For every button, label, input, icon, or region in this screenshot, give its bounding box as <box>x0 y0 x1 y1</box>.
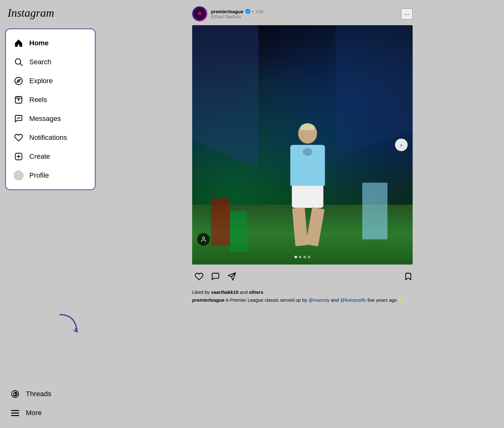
post-image: › <box>192 25 413 265</box>
post-location: Etihad Stadium <box>211 14 401 19</box>
sidebar-item-explore-label: Explore <box>29 77 53 85</box>
main-content: premierleague ✓ • 13h Etihad Stadium ··· <box>101 0 504 428</box>
dot-3 <box>303 256 306 258</box>
post-more-button[interactable]: ··· <box>401 9 413 20</box>
sidebar-item-notifications[interactable]: Notifications <box>9 129 92 146</box>
post-time-dot: • <box>252 9 254 14</box>
post-header: premierleague ✓ • 13h Etihad Stadium ··· <box>192 6 413 21</box>
post-time: 13h <box>256 9 264 14</box>
svg-line-1 <box>20 64 22 66</box>
reels-icon <box>14 95 24 105</box>
threads-icon <box>10 389 20 399</box>
sidebar-item-messages[interactable]: Messages <box>9 110 92 128</box>
bg-player <box>362 183 387 239</box>
sidebar-item-threads[interactable]: Threads <box>5 385 96 403</box>
player-head <box>298 123 317 144</box>
sidebar-item-more[interactable]: More <box>5 404 96 422</box>
sidebar-item-home-label: Home <box>29 39 49 47</box>
svg-point-3 <box>18 80 19 82</box>
dot-2 <box>299 256 301 258</box>
like-button[interactable] <box>192 271 206 284</box>
svg-point-13 <box>203 237 205 239</box>
create-icon <box>14 151 24 162</box>
sidebar-item-search-label: Search <box>29 58 51 66</box>
dot-indicators <box>295 256 310 258</box>
sidebar: Instagram Home Search <box>0 0 101 428</box>
green-player <box>230 211 247 252</box>
sidebar-item-create-label: Create <box>29 152 50 161</box>
svg-point-0 <box>15 59 21 65</box>
hamburger-icon <box>10 408 20 418</box>
post-user-info: premierleague ✓ • 13h Etihad Stadium <box>211 9 401 19</box>
mention-liverpoolfc[interactable]: @liverpoolfc <box>340 297 366 303</box>
player-left-leg <box>292 207 308 246</box>
main-player <box>290 123 325 246</box>
explore-icon <box>14 76 24 86</box>
post-username-row: premierleague ✓ • 13h <box>211 9 401 14</box>
profile-avatar <box>14 170 24 180</box>
post-actions <box>192 268 413 287</box>
caption-text: premierleague A Premier League classic s… <box>192 297 413 304</box>
share-button[interactable] <box>225 271 239 284</box>
sidebar-item-profile-label: Profile <box>29 171 49 180</box>
threads-label: Threads <box>26 390 51 398</box>
player-shorts <box>292 186 324 208</box>
sidebar-item-messages-label: Messages <box>29 115 61 123</box>
nav-box: Home Search Explore <box>5 28 96 190</box>
heart-icon <box>14 133 24 143</box>
player-jersey <box>290 145 325 186</box>
likes-text: Liked by saarthakk10 and others <box>192 289 413 295</box>
sidebar-item-create[interactable]: Create <box>9 148 92 165</box>
post-container: premierleague ✓ • 13h Etihad Stadium ··· <box>192 6 413 422</box>
arrow-annotation <box>57 311 82 337</box>
mention-mancity[interactable]: @mancity <box>308 297 329 303</box>
sidebar-item-notifications-label: Notifications <box>29 134 67 142</box>
profile-overlay-button[interactable] <box>197 233 210 246</box>
more-label: More <box>26 409 42 417</box>
next-image-button[interactable]: › <box>395 139 408 151</box>
search-icon <box>14 57 24 67</box>
messages-icon <box>14 114 24 124</box>
dot-4 <box>308 256 310 258</box>
liked-by-user[interactable]: saarthakk10 <box>211 289 238 295</box>
sidebar-item-search[interactable]: Search <box>9 53 92 71</box>
post-avatar-inner <box>193 8 206 20</box>
post-avatar <box>192 6 207 21</box>
post-username: premierleague <box>211 9 243 14</box>
sidebar-item-explore[interactable]: Explore <box>9 72 92 90</box>
caption-username[interactable]: premierleague <box>192 297 225 303</box>
others-label[interactable]: others <box>249 289 263 295</box>
sidebar-item-reels-label: Reels <box>29 96 47 104</box>
comment-button[interactable] <box>209 271 222 284</box>
sidebar-item-reels[interactable]: Reels <box>9 91 92 109</box>
save-button[interactable] <box>404 272 413 283</box>
red-player <box>211 198 230 246</box>
verified-badge: ✓ <box>245 9 250 14</box>
player-legs <box>290 208 325 246</box>
home-icon <box>14 38 24 48</box>
sidebar-item-profile[interactable]: Profile <box>9 167 92 184</box>
instagram-logo: Instagram <box>5 6 96 20</box>
dot-1 <box>295 256 297 258</box>
player-right-leg <box>306 207 324 246</box>
sidebar-bottom: Threads More <box>5 385 96 422</box>
post-image-container: › <box>192 25 413 265</box>
sidebar-item-home[interactable]: Home <box>9 34 92 52</box>
